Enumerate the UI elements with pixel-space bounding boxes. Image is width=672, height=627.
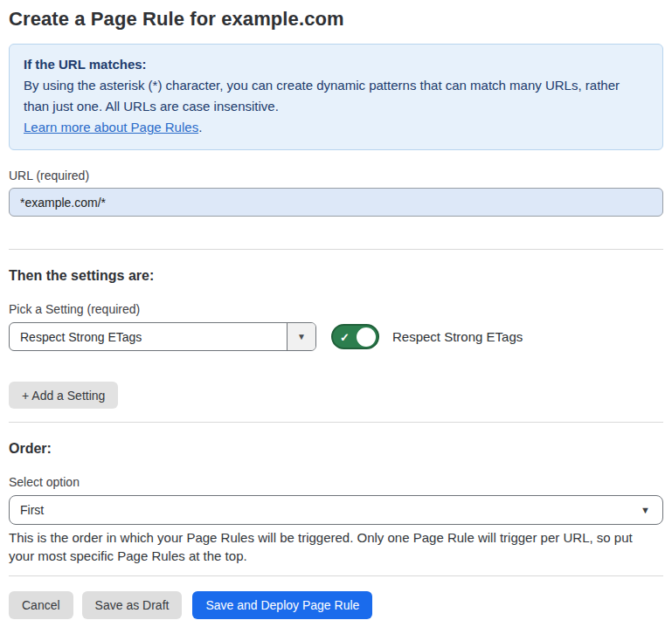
add-setting-button[interactable]: + Add a Setting xyxy=(9,382,118,409)
page-rule-form: Create a Page Rule for example.com If th… xyxy=(0,0,672,619)
section-divider xyxy=(9,422,663,423)
caret-down-icon: ▼ xyxy=(297,332,306,341)
section-divider xyxy=(9,249,663,250)
url-field-label: URL (required) xyxy=(9,169,663,183)
url-input[interactable] xyxy=(9,188,663,217)
learn-more-link[interactable]: Learn more about Page Rules xyxy=(24,120,198,134)
order-section-heading: Order: xyxy=(9,441,663,457)
order-select[interactable]: First ▼ xyxy=(9,495,663,525)
footer-divider xyxy=(9,575,663,576)
info-box-body: By using the asterisk (*) character, you… xyxy=(24,75,648,117)
order-select-value: First xyxy=(20,503,641,517)
info-box-heading: If the URL matches: xyxy=(24,54,648,75)
link-suffix-text: . xyxy=(198,120,202,134)
info-box-link-line: Learn more about Page Rules. xyxy=(24,117,648,138)
settings-section-heading: Then the settings are: xyxy=(9,268,663,284)
setting-dropdown-button[interactable]: ▼ xyxy=(287,323,315,350)
setting-row: Respect Strong ETags ▼ ✓ Respect Strong … xyxy=(9,322,663,351)
cancel-button[interactable]: Cancel xyxy=(9,591,73,619)
setting-dropdown-value: Respect Strong ETags xyxy=(10,323,287,350)
footer-button-row: Cancel Save as Draft Save and Deploy Pag… xyxy=(9,591,663,619)
order-help-text: This is the order in which your Page Rul… xyxy=(9,528,655,565)
setting-dropdown[interactable]: Respect Strong ETags ▼ xyxy=(9,322,316,351)
page-title: Create a Page Rule for example.com xyxy=(9,0,663,31)
setting-toggle-group: ✓ Respect Strong ETags xyxy=(331,324,523,349)
url-match-info-box: If the URL matches: By using the asteris… xyxy=(9,44,663,150)
toggle-knob xyxy=(357,327,376,347)
save-and-deploy-button[interactable]: Save and Deploy Page Rule xyxy=(192,591,372,619)
save-as-draft-button[interactable]: Save as Draft xyxy=(82,591,183,619)
setting-toggle[interactable]: ✓ xyxy=(331,324,379,349)
setting-picker-label: Pick a Setting (required) xyxy=(9,302,663,316)
order-select-label: Select option xyxy=(9,475,663,489)
setting-toggle-label: Respect Strong ETags xyxy=(392,329,523,344)
check-icon: ✓ xyxy=(340,331,350,342)
caret-down-icon: ▼ xyxy=(641,505,650,515)
